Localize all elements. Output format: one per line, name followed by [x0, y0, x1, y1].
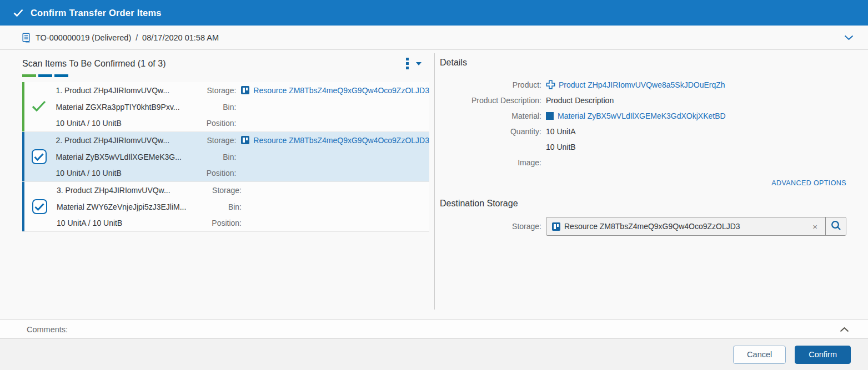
item-quantity: 10 UnitA / 10 UnitB [56, 165, 187, 181]
confirmed-check-icon [32, 100, 46, 113]
destination-storage-title: Destination Storage [440, 199, 846, 209]
list-item[interactable]: 2. Product ZHp4JIRIomvUVQw... Material Z… [22, 132, 429, 182]
advanced-options-link[interactable]: ADVANCED OPTIONS [440, 179, 846, 187]
kebab-menu-icon [406, 58, 409, 69]
page-title: Confirm Transfer Order Items [31, 8, 162, 18]
position-label: Position: [188, 165, 237, 181]
item-checkbox[interactable] [32, 199, 47, 214]
resource-icon [241, 136, 249, 144]
position-label: Position: [188, 115, 237, 131]
progress-segment-pending [38, 74, 52, 77]
quantity-label: Quantity: [440, 124, 541, 139]
product-description-value: Product Description [546, 93, 846, 108]
item-material: Material ZWY6ZeVnjeJjpi5zJ3EJliM... [57, 199, 192, 215]
title-bar: Confirm Transfer Order Items [0, 0, 868, 26]
item-checkbox[interactable] [32, 149, 47, 164]
product-description-label: Product Description: [440, 93, 541, 108]
item-status-stripe [22, 82, 24, 131]
resource-icon [241, 86, 249, 94]
item-title: 3. Product ZHp4JIRIomvUVQw... [57, 182, 192, 199]
item-quantity: 10 UnitA / 10 UnitB [56, 115, 187, 131]
document-icon [22, 33, 31, 43]
order-header: TO-000000019 (Delivered) / 08/17/2020 01… [0, 26, 868, 50]
storage-field[interactable]: × [546, 217, 826, 235]
storage-label: Storage: [192, 182, 242, 199]
position-label: Position: [192, 215, 242, 231]
item-title: 2. Product ZHp4JIRIomvUVQw... [56, 132, 187, 149]
item-material: Material ZGXRa3ppTIY0khtB9Pxv... [56, 99, 187, 115]
position-value [241, 115, 429, 131]
caret-down-icon [416, 62, 422, 65]
search-icon [831, 220, 841, 232]
list-item[interactable]: 1. Product ZHp4JIRIomvUVQw... Material Z… [22, 82, 429, 132]
destination-storage-label: Storage: [440, 222, 541, 231]
comments-bar: Comments: [0, 320, 868, 339]
image-value [546, 155, 846, 170]
position-value [247, 215, 429, 231]
list-item[interactable]: 3. Product ZHp4JIRIomvUVQw... Material Z… [22, 182, 429, 232]
item-quantity: 10 UnitA / 10 UnitB [57, 215, 192, 231]
quantity-value-b: 10 UnitB [546, 139, 846, 155]
main-content: Scan Items To Be Confirmed (1 of 3) [0, 50, 868, 320]
scan-item-list: 1. Product ZHp4JIRIomvUVQw... Material Z… [22, 82, 429, 232]
details-title: Details [440, 58, 846, 68]
product-icon [546, 79, 555, 94]
bin-label: Bin: [188, 99, 237, 115]
bin-label: Bin: [192, 199, 242, 215]
storage-resource-link[interactable]: Resource ZM8TbsZ4meQ9xG9Qw4Oco9ZzOLJD3 [253, 86, 429, 95]
material-link[interactable]: Material ZyBX5wVLdIlXGEMeK3GdXOkjXKetBD [558, 111, 726, 120]
chevron-down-icon[interactable] [844, 35, 854, 40]
progress-bar [22, 74, 434, 77]
scan-panel: Scan Items To Be Confirmed (1 of 3) [0, 50, 434, 320]
material-icon [546, 112, 554, 120]
storage-label: Storage: [188, 132, 237, 149]
storage-search-button[interactable] [826, 217, 846, 235]
quantity-value-a: 10 UnitA [546, 124, 846, 139]
storage-resource-link[interactable]: Resource ZM8TbsZ4meQ9xG9Qw4Oco9ZzOLJD3 [253, 136, 429, 145]
scan-panel-title: Scan Items To Be Confirmed (1 of 3) [22, 59, 165, 69]
confirm-button[interactable]: Confirm [795, 346, 851, 364]
storage-value [247, 182, 429, 199]
order-datetime: 08/17/2020 01:58 AM [142, 33, 219, 42]
bin-value [247, 199, 429, 215]
image-label: Image: [440, 155, 541, 170]
panel-divider [434, 53, 435, 310]
material-label: Material: [440, 108, 541, 124]
progress-segment-pending [54, 74, 68, 77]
clear-icon[interactable]: × [810, 222, 820, 231]
item-status-stripe [22, 132, 24, 181]
bin-label: Bin: [188, 149, 237, 165]
details-form: Product: Product ZHp4JIRIomvUVQwe8a5SkJD… [440, 77, 846, 170]
resource-icon [552, 222, 560, 231]
bin-value [241, 149, 429, 165]
storage-input-group: × [546, 217, 846, 236]
order-link[interactable]: TO-000000019 (Delivered) [36, 33, 131, 42]
order-separator: / [136, 33, 138, 42]
storage-input[interactable] [564, 222, 810, 231]
item-material: Material ZyBX5wVLdIlXGEMeK3G... [56, 149, 187, 165]
comments-label: Comments: [27, 325, 68, 334]
cancel-button[interactable]: Cancel [733, 346, 786, 364]
check-icon [13, 9, 23, 17]
product-link[interactable]: Product ZHp4JIRIomvUVQwe8a5SkJDOuErqZh [559, 80, 725, 89]
storage-label: Storage: [188, 82, 237, 99]
bin-value [241, 99, 429, 115]
item-title: 1. Product ZHp4JIRIomvUVQw... [56, 82, 187, 99]
chevron-up-icon[interactable] [840, 327, 849, 332]
overflow-menu-button[interactable] [406, 58, 429, 69]
product-label: Product: [440, 77, 541, 93]
position-value [241, 165, 429, 181]
action-footer: Cancel Confirm [0, 339, 868, 370]
details-panel: Details Product: Product ZHp4JIRIomvUVQw… [434, 50, 868, 320]
item-status-stripe [22, 182, 24, 231]
progress-segment-complete [22, 74, 36, 77]
